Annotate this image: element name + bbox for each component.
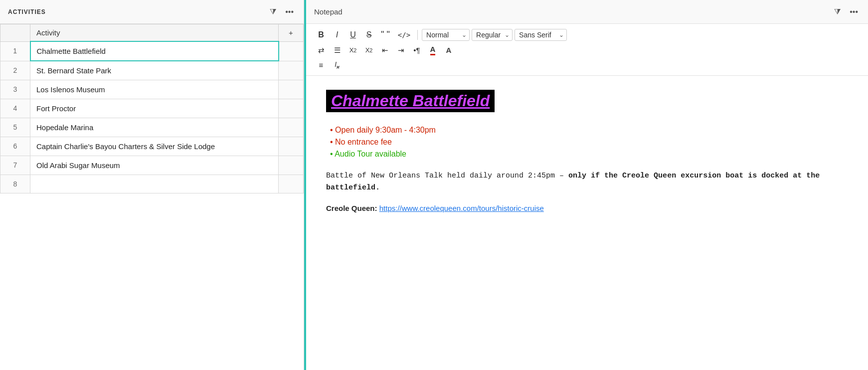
indent-right-button[interactable]: ⇥	[394, 44, 408, 56]
activities-panel: ACTIVITIES ⧩ ••• Activity + 1Chalmette B…	[0, 0, 304, 370]
row-extra	[279, 137, 304, 156]
notepad-filter-icon: ⧩	[834, 7, 841, 16]
superscript-button[interactable]: X2	[362, 45, 376, 55]
row-extra	[279, 61, 304, 80]
creole-queen-link[interactable]: https://www.creolequeen.com/tours/histor…	[379, 204, 544, 212]
font-highlight-button[interactable]: A	[442, 44, 456, 56]
clear-format-icon: Ix	[335, 60, 340, 70]
table-header-row: Activity +	[0, 24, 304, 42]
toolbar-row-2: ⇄ ☰ X2 X2 ⇤ ⇥ •¶ A A	[314, 43, 860, 57]
style-select-wrapper: Normal Heading 1 Heading 2 Heading 3	[422, 29, 470, 41]
activities-header: ACTIVITIES ⧩ •••	[0, 0, 304, 24]
notepad-header: Notepad ⧩ •••	[306, 0, 868, 24]
ordered-list-icon: ⇄	[318, 46, 325, 55]
row-activity-value[interactable]: Hopedale Marina	[30, 118, 279, 137]
table-row[interactable]: 5Hopedale Marina	[0, 118, 304, 137]
row-number: 8	[0, 175, 30, 193]
row-activity-value[interactable]: Fort Proctor	[30, 99, 279, 118]
creole-queen-line: Creole Queen: https://www.creolequeen.co…	[326, 204, 848, 212]
font-highlight-icon: A	[446, 46, 452, 54]
row-extra	[279, 41, 304, 61]
notepad-more-button[interactable]: •••	[848, 6, 860, 17]
table-row[interactable]: 3Los Islenos Museum	[0, 80, 304, 99]
row-activity-value[interactable]: Old Arabi Sugar Museum	[30, 156, 279, 175]
align-button[interactable]: ≡	[314, 59, 328, 71]
ordered-list-button[interactable]: ⇄	[314, 44, 328, 56]
toolbar-row-1: B I U S " " </> Normal Heading 1 Heading…	[314, 28, 860, 41]
activity-column-header: Activity	[30, 24, 279, 42]
code-button[interactable]: </>	[395, 29, 413, 40]
row-number: 1	[0, 41, 30, 61]
notepad-title: Notepad	[314, 7, 343, 16]
row-number: 5	[0, 118, 30, 137]
quote-button[interactable]: " "	[378, 28, 393, 41]
underline-button[interactable]: U	[346, 29, 360, 41]
clear-format-button[interactable]: Ix	[330, 59, 344, 71]
activities-table-body: 1Chalmette Battlefield2St. Bernard State…	[0, 41, 304, 193]
notepad-header-actions: ⧩ •••	[832, 6, 860, 17]
style-select[interactable]: Normal Heading 1 Heading 2 Heading 3	[422, 29, 470, 41]
bold-button[interactable]: B	[314, 29, 328, 41]
table-row[interactable]: 6Captain Charlie's Bayou Charters & Silv…	[0, 137, 304, 156]
activities-header-actions: ⧩ •••	[268, 6, 296, 17]
table-row[interactable]: 4Fort Proctor	[0, 99, 304, 118]
row-extra	[279, 156, 304, 175]
weight-select[interactable]: Regular Bold Light	[472, 29, 513, 41]
bullet-item: Audio Tour available	[330, 148, 848, 160]
notepad-toolbar: B I U S " " </> Normal Heading 1 Heading…	[306, 24, 868, 76]
unordered-list-button[interactable]: ☰	[330, 44, 344, 56]
subscript-button[interactable]: X2	[346, 45, 360, 55]
notepad-filter-button[interactable]: ⧩	[832, 6, 843, 17]
toolbar-row-3: ≡ Ix	[314, 59, 860, 71]
row-number: 2	[0, 61, 30, 80]
quote-icon: " "	[381, 29, 390, 40]
doc-title-text: Chalmette Battlefield	[331, 92, 490, 110]
strikethrough-button[interactable]: S	[362, 29, 376, 41]
font-select[interactable]: Sans Serif Serif Monospace	[515, 29, 567, 41]
row-number: 4	[0, 99, 30, 118]
row-extra	[279, 175, 304, 193]
row-activity-value[interactable]	[30, 175, 279, 193]
indent-left-icon: ⇤	[382, 46, 388, 55]
table-row[interactable]: 1Chalmette Battlefield	[0, 41, 304, 61]
table-row[interactable]: 2St. Bernard State Park	[0, 61, 304, 80]
indent-right-icon: ⇥	[398, 46, 404, 55]
row-activity-value[interactable]: Chalmette Battlefield	[30, 41, 279, 61]
doc-title-block: Chalmette Battlefield	[326, 90, 495, 112]
notepad-panel: Notepad ⧩ ••• B I U S " " </> Normal	[306, 0, 868, 370]
activities-table-container: Activity + 1Chalmette Battlefield2St. Be…	[0, 24, 304, 370]
font-color-button[interactable]: A	[426, 43, 440, 57]
row-number: 7	[0, 156, 30, 175]
row-num-header	[0, 24, 30, 42]
activities-table: Activity + 1Chalmette Battlefield2St. Be…	[0, 24, 304, 193]
bullet-list: Open daily 9:30am - 4:30pmNo entrance fe…	[326, 124, 848, 160]
notepad-body-paragraph: Battle of New Orleans Talk held daily ar…	[326, 170, 848, 194]
font-color-icon: A	[430, 45, 436, 55]
filter-button[interactable]: ⧩	[268, 6, 278, 17]
filter-icon: ⧩	[270, 7, 276, 16]
row-extra	[279, 80, 304, 99]
row-activity-value[interactable]: St. Bernard State Park	[30, 61, 279, 80]
row-activity-value[interactable]: Los Islenos Museum	[30, 80, 279, 99]
unordered-list-icon: ☰	[334, 46, 341, 55]
add-column-button[interactable]: +	[279, 24, 304, 42]
notepad-dots-icon: •••	[850, 7, 858, 16]
italic-button[interactable]: I	[330, 29, 344, 41]
dots-icon: •••	[285, 7, 294, 16]
align-icon: ≡	[319, 61, 324, 69]
notepad-content-area[interactable]: Chalmette Battlefield Open daily 9:30am …	[306, 76, 868, 370]
paragraph-icon: •¶	[413, 46, 420, 54]
more-options-button[interactable]: •••	[283, 6, 296, 17]
row-number: 6	[0, 137, 30, 156]
bullet-item: Open daily 9:30am - 4:30pm	[330, 124, 848, 136]
activities-title: ACTIVITIES	[8, 8, 46, 15]
table-row[interactable]: 8	[0, 175, 304, 193]
creole-queen-label: Creole Queen:	[326, 204, 377, 212]
paragraph-button[interactable]: •¶	[410, 44, 424, 56]
weight-select-wrapper: Regular Bold Light	[472, 29, 513, 41]
indent-left-button[interactable]: ⇤	[378, 44, 392, 56]
bullet-item: No entrance fee	[330, 136, 848, 148]
row-extra	[279, 118, 304, 137]
table-row[interactable]: 7Old Arabi Sugar Museum	[0, 156, 304, 175]
row-activity-value[interactable]: Captain Charlie's Bayou Charters & Silve…	[30, 137, 279, 156]
